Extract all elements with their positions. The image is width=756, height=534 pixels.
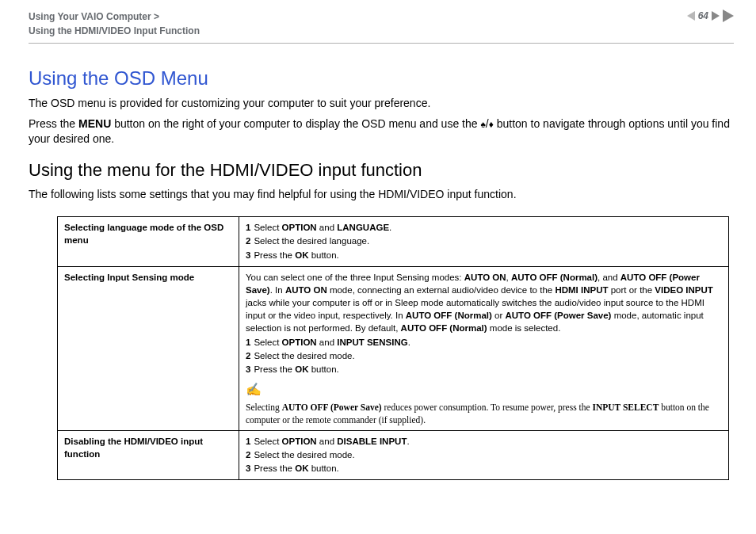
intro-paragraph-1: The OSD menu is provided for customizing… [29,96,734,112]
text: OK [295,463,308,473]
text: Select the desired mode. [254,351,354,360]
text: . In [270,285,285,295]
text: mode, connecting an external audio/video… [327,285,556,295]
note-icon: ✍ [246,381,262,399]
text: and [317,223,338,232]
table-row: Selecting Input Sensing mode You can sel… [58,266,729,430]
settings-table: Selecting language mode of the OSD menu … [57,216,729,480]
text: . [407,437,409,446]
text: AUTO OFF (Power Save) [505,311,611,320]
text: Press the [254,463,295,473]
row-content: 1Select OPTION and LANGUAGE. 2Select the… [239,217,729,266]
next-page-icon[interactable] [712,11,720,21]
text: or [492,311,506,320]
text: AUTO OFF (Normal) [401,323,487,333]
text: button. [308,463,338,473]
prev-page-icon[interactable] [687,11,695,21]
text: button on the right of your computer to … [111,117,480,130]
page-header: Using Your VAIO Computer > Using the HDM… [29,10,734,44]
step-number: 3 [246,364,250,374]
text: Select the desired language. [254,236,369,246]
page: Using Your VAIO Computer > Using the HDM… [0,0,756,496]
step-number: 2 [246,450,250,460]
note-text: Selecting AUTO OFF (Power Save) reduces … [246,402,709,425]
breadcrumb-line-2: Using the HDMI/VIDEO Input Function [29,25,200,36]
text: Select the desired mode. [254,450,354,460]
text: OK [295,364,308,374]
text: OPTION [282,338,317,347]
text: port or the [609,285,655,295]
text: LANGUAGE [337,223,389,232]
row-content: You can select one of the three Input Se… [239,266,729,430]
text: Press the [254,250,295,260]
subsection-heading: Using the menu for the HDMI/VIDEO input … [29,160,734,181]
text: AUTO ON [464,273,506,282]
row-content: 1Select OPTION and DISABLE INPUT. 2Selec… [239,430,729,479]
text: AUTO OFF (Power Save) [282,402,382,412]
step-number: 3 [246,463,250,473]
text: OK [295,250,308,260]
text: mode is selected. [487,323,561,333]
table-row: Disabling the HDMI/VIDEO input function … [58,430,729,479]
menu-button-label: MENU [78,117,111,130]
step-number: 2 [246,236,250,246]
breadcrumb: Using Your VAIO Computer > Using the HDM… [29,10,200,38]
text: Select [254,338,281,347]
row-title: Disabling the HDMI/VIDEO input function [58,430,239,479]
section-heading: Using the OSD Menu [29,67,734,90]
text: AUTO OFF (Normal) [511,273,598,282]
text: button. [308,250,338,260]
row-title: Selecting language mode of the OSD menu [58,217,239,266]
text: HDMI INPUT [555,285,608,295]
arrow-up-icon: ♠ [480,118,485,132]
table-row: Selecting language mode of the OSD menu … [58,217,729,266]
text: AUTO OFF (Normal) [406,311,492,320]
page-nav: 64 [687,10,734,22]
text: DISABLE INPUT [337,437,407,446]
text: , and [598,273,620,282]
text: OPTION [282,223,317,232]
text: Select [254,437,281,446]
step-number: 1 [246,437,250,446]
text: Selecting [246,402,282,412]
text: VIDEO INPUT [655,285,712,295]
text: . [389,223,391,232]
subsection-intro: The following lists some settings that y… [29,187,734,203]
text: INPUT SELECT [592,402,659,412]
step-number: 3 [246,250,250,260]
next-section-icon[interactable] [723,10,734,22]
text: Press the [254,364,295,374]
text: Press the [29,117,78,130]
row-title: Selecting Input Sensing mode [58,266,239,430]
step-number: 1 [246,223,250,232]
intro-paragraph-2: Press the MENU button on the right of yo… [29,116,734,147]
text: You can select one of the three Input Se… [246,273,464,282]
step-number: 2 [246,351,250,360]
step-number: 1 [246,338,250,347]
text: INPUT SENSING [337,338,407,347]
page-number: 64 [698,10,708,21]
text: reduces power consumption. To resume pow… [382,402,593,412]
text: AUTO ON [285,285,327,295]
breadcrumb-line-1: Using Your VAIO Computer > [29,11,159,22]
text: and [317,338,338,347]
text: . [408,338,410,347]
text: Select [254,223,281,232]
text: and [317,437,338,446]
text: button. [308,364,338,374]
text: OPTION [282,437,317,446]
